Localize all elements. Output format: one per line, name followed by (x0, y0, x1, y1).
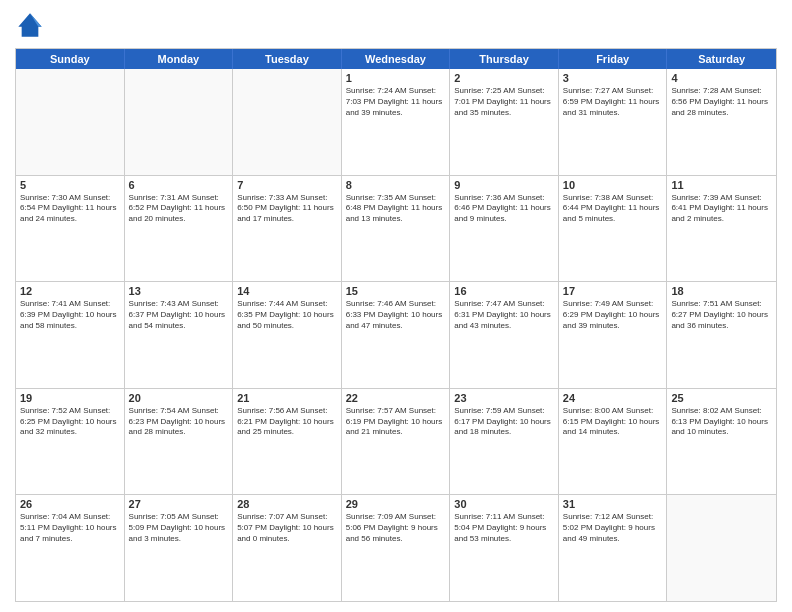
calendar-cell: 1Sunrise: 7:24 AM Sunset: 7:03 PM Daylig… (342, 69, 451, 175)
calendar-row-3: 19Sunrise: 7:52 AM Sunset: 6:25 PM Dayli… (16, 389, 776, 496)
cell-details: Sunrise: 7:56 AM Sunset: 6:21 PM Dayligh… (237, 406, 337, 438)
day-number: 27 (129, 498, 229, 510)
cell-details: Sunrise: 7:05 AM Sunset: 5:09 PM Dayligh… (129, 512, 229, 544)
cell-details: Sunrise: 7:51 AM Sunset: 6:27 PM Dayligh… (671, 299, 772, 331)
calendar-cell: 8Sunrise: 7:35 AM Sunset: 6:48 PM Daylig… (342, 176, 451, 282)
day-number: 29 (346, 498, 446, 510)
calendar-cell: 23Sunrise: 7:59 AM Sunset: 6:17 PM Dayli… (450, 389, 559, 495)
calendar-cell: 13Sunrise: 7:43 AM Sunset: 6:37 PM Dayli… (125, 282, 234, 388)
cell-details: Sunrise: 7:31 AM Sunset: 6:52 PM Dayligh… (129, 193, 229, 225)
day-number: 19 (20, 392, 120, 404)
calendar-cell: 21Sunrise: 7:56 AM Sunset: 6:21 PM Dayli… (233, 389, 342, 495)
cell-details: Sunrise: 7:27 AM Sunset: 6:59 PM Dayligh… (563, 86, 663, 118)
day-number: 7 (237, 179, 337, 191)
calendar-cell: 18Sunrise: 7:51 AM Sunset: 6:27 PM Dayli… (667, 282, 776, 388)
day-number: 4 (671, 72, 772, 84)
cell-details: Sunrise: 7:43 AM Sunset: 6:37 PM Dayligh… (129, 299, 229, 331)
calendar-cell: 27Sunrise: 7:05 AM Sunset: 5:09 PM Dayli… (125, 495, 234, 601)
calendar-cell: 28Sunrise: 7:07 AM Sunset: 5:07 PM Dayli… (233, 495, 342, 601)
day-number: 20 (129, 392, 229, 404)
cell-details: Sunrise: 7:57 AM Sunset: 6:19 PM Dayligh… (346, 406, 446, 438)
calendar-cell: 11Sunrise: 7:39 AM Sunset: 6:41 PM Dayli… (667, 176, 776, 282)
calendar-cell: 12Sunrise: 7:41 AM Sunset: 6:39 PM Dayli… (16, 282, 125, 388)
header-cell-monday: Monday (125, 49, 234, 69)
calendar-cell: 24Sunrise: 8:00 AM Sunset: 6:15 PM Dayli… (559, 389, 668, 495)
day-number: 11 (671, 179, 772, 191)
cell-details: Sunrise: 7:04 AM Sunset: 5:11 PM Dayligh… (20, 512, 120, 544)
calendar-header: SundayMondayTuesdayWednesdayThursdayFrid… (16, 49, 776, 69)
calendar-cell: 15Sunrise: 7:46 AM Sunset: 6:33 PM Dayli… (342, 282, 451, 388)
day-number: 15 (346, 285, 446, 297)
cell-details: Sunrise: 7:39 AM Sunset: 6:41 PM Dayligh… (671, 193, 772, 225)
cell-details: Sunrise: 7:44 AM Sunset: 6:35 PM Dayligh… (237, 299, 337, 331)
calendar-cell: 30Sunrise: 7:11 AM Sunset: 5:04 PM Dayli… (450, 495, 559, 601)
day-number: 8 (346, 179, 446, 191)
calendar-cell: 5Sunrise: 7:30 AM Sunset: 6:54 PM Daylig… (16, 176, 125, 282)
day-number: 28 (237, 498, 337, 510)
logo-icon (15, 10, 45, 40)
header-cell-wednesday: Wednesday (342, 49, 451, 69)
day-number: 1 (346, 72, 446, 84)
cell-details: Sunrise: 7:33 AM Sunset: 6:50 PM Dayligh… (237, 193, 337, 225)
calendar-cell (233, 69, 342, 175)
cell-details: Sunrise: 7:35 AM Sunset: 6:48 PM Dayligh… (346, 193, 446, 225)
day-number: 14 (237, 285, 337, 297)
cell-details: Sunrise: 7:07 AM Sunset: 5:07 PM Dayligh… (237, 512, 337, 544)
logo (15, 10, 49, 40)
day-number: 23 (454, 392, 554, 404)
calendar-cell: 29Sunrise: 7:09 AM Sunset: 5:06 PM Dayli… (342, 495, 451, 601)
header (15, 10, 777, 40)
header-cell-friday: Friday (559, 49, 668, 69)
day-number: 17 (563, 285, 663, 297)
day-number: 24 (563, 392, 663, 404)
day-number: 18 (671, 285, 772, 297)
day-number: 26 (20, 498, 120, 510)
calendar-cell: 19Sunrise: 7:52 AM Sunset: 6:25 PM Dayli… (16, 389, 125, 495)
day-number: 10 (563, 179, 663, 191)
cell-details: Sunrise: 7:59 AM Sunset: 6:17 PM Dayligh… (454, 406, 554, 438)
calendar-cell: 14Sunrise: 7:44 AM Sunset: 6:35 PM Dayli… (233, 282, 342, 388)
cell-details: Sunrise: 7:52 AM Sunset: 6:25 PM Dayligh… (20, 406, 120, 438)
cell-details: Sunrise: 7:12 AM Sunset: 5:02 PM Dayligh… (563, 512, 663, 544)
header-cell-sunday: Sunday (16, 49, 125, 69)
cell-details: Sunrise: 7:09 AM Sunset: 5:06 PM Dayligh… (346, 512, 446, 544)
cell-details: Sunrise: 7:46 AM Sunset: 6:33 PM Dayligh… (346, 299, 446, 331)
day-number: 22 (346, 392, 446, 404)
header-cell-tuesday: Tuesday (233, 49, 342, 69)
cell-details: Sunrise: 7:49 AM Sunset: 6:29 PM Dayligh… (563, 299, 663, 331)
day-number: 13 (129, 285, 229, 297)
calendar-row-4: 26Sunrise: 7:04 AM Sunset: 5:11 PM Dayli… (16, 495, 776, 601)
calendar-cell: 7Sunrise: 7:33 AM Sunset: 6:50 PM Daylig… (233, 176, 342, 282)
cell-details: Sunrise: 7:47 AM Sunset: 6:31 PM Dayligh… (454, 299, 554, 331)
calendar-cell: 2Sunrise: 7:25 AM Sunset: 7:01 PM Daylig… (450, 69, 559, 175)
day-number: 25 (671, 392, 772, 404)
cell-details: Sunrise: 7:11 AM Sunset: 5:04 PM Dayligh… (454, 512, 554, 544)
calendar-cell: 20Sunrise: 7:54 AM Sunset: 6:23 PM Dayli… (125, 389, 234, 495)
calendar-cell: 6Sunrise: 7:31 AM Sunset: 6:52 PM Daylig… (125, 176, 234, 282)
calendar-cell: 25Sunrise: 8:02 AM Sunset: 6:13 PM Dayli… (667, 389, 776, 495)
day-number: 6 (129, 179, 229, 191)
calendar-row-0: 1Sunrise: 7:24 AM Sunset: 7:03 PM Daylig… (16, 69, 776, 176)
cell-details: Sunrise: 7:41 AM Sunset: 6:39 PM Dayligh… (20, 299, 120, 331)
day-number: 12 (20, 285, 120, 297)
cell-details: Sunrise: 7:38 AM Sunset: 6:44 PM Dayligh… (563, 193, 663, 225)
day-number: 2 (454, 72, 554, 84)
calendar-cell: 17Sunrise: 7:49 AM Sunset: 6:29 PM Dayli… (559, 282, 668, 388)
calendar-cell (667, 495, 776, 601)
day-number: 16 (454, 285, 554, 297)
calendar-cell: 4Sunrise: 7:28 AM Sunset: 6:56 PM Daylig… (667, 69, 776, 175)
cell-details: Sunrise: 7:24 AM Sunset: 7:03 PM Dayligh… (346, 86, 446, 118)
calendar-row-2: 12Sunrise: 7:41 AM Sunset: 6:39 PM Dayli… (16, 282, 776, 389)
calendar-cell: 26Sunrise: 7:04 AM Sunset: 5:11 PM Dayli… (16, 495, 125, 601)
day-number: 30 (454, 498, 554, 510)
calendar-cell (16, 69, 125, 175)
cell-details: Sunrise: 7:36 AM Sunset: 6:46 PM Dayligh… (454, 193, 554, 225)
calendar-cell: 10Sunrise: 7:38 AM Sunset: 6:44 PM Dayli… (559, 176, 668, 282)
calendar-cell: 9Sunrise: 7:36 AM Sunset: 6:46 PM Daylig… (450, 176, 559, 282)
cell-details: Sunrise: 7:54 AM Sunset: 6:23 PM Dayligh… (129, 406, 229, 438)
day-number: 9 (454, 179, 554, 191)
cell-details: Sunrise: 7:28 AM Sunset: 6:56 PM Dayligh… (671, 86, 772, 118)
cell-details: Sunrise: 7:25 AM Sunset: 7:01 PM Dayligh… (454, 86, 554, 118)
day-number: 5 (20, 179, 120, 191)
cell-details: Sunrise: 8:00 AM Sunset: 6:15 PM Dayligh… (563, 406, 663, 438)
